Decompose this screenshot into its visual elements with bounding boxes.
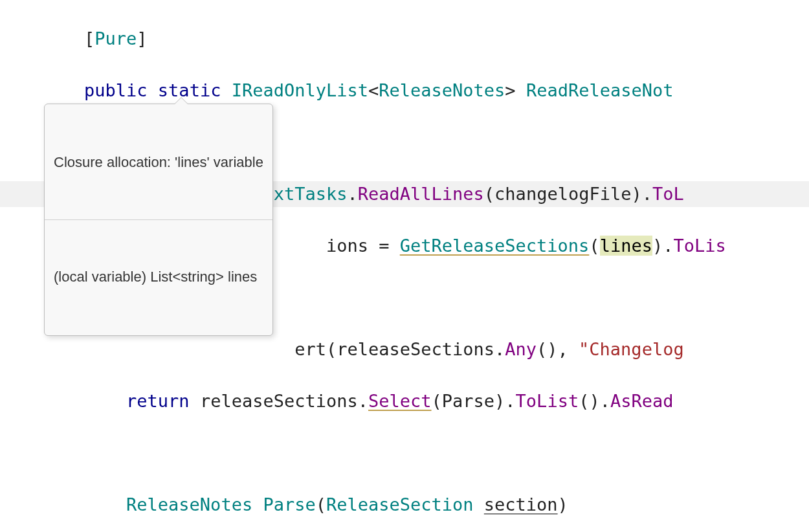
code-line: ReleaseNotes Parse(ReleaseSection sectio… <box>0 492 809 518</box>
tooltip-message: Closure allocation: 'lines' variable <box>45 148 272 177</box>
code-line: public static IReadOnlyList<ReleaseNotes… <box>0 78 809 104</box>
code-line <box>0 440 809 466</box>
variable-lines-ref: lines <box>600 236 652 256</box>
tooltip-divider <box>45 219 272 220</box>
code-line: [Pure] <box>0 26 809 52</box>
tooltip-type-info: (local variable) List<string> lines <box>45 263 272 291</box>
code-editor[interactable]: [Pure] public static IReadOnlyList<Relea… <box>0 0 809 532</box>
code-line: return releaseSections.Select(Parse).ToL… <box>0 388 809 414</box>
attribute-pure: Pure <box>94 28 137 49</box>
code-line: ert(releaseSections.Any(), "Changelog <box>0 337 809 362</box>
hover-tooltip: Closure allocation: 'lines' variable (lo… <box>44 104 273 336</box>
